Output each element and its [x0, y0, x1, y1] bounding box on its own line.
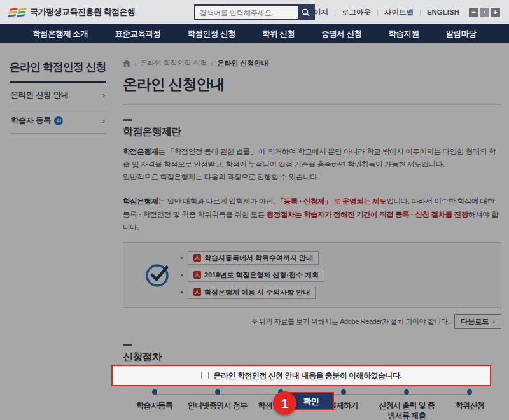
search-box	[194, 4, 315, 20]
logo-text: 국가평생교육진흥원 학점은행	[30, 6, 136, 18]
nav-item-certificate[interactable]: 증명서 신청	[321, 29, 361, 39]
font-size-controls: − · +	[469, 8, 500, 17]
divider: |	[377, 8, 379, 16]
font-smaller-button[interactable]: −	[469, 8, 478, 17]
dim-overlay	[0, 43, 509, 420]
logo-icon	[9, 8, 25, 17]
search-icon	[302, 8, 310, 17]
nav-item-credit-apply[interactable]: 학점인정 신청	[188, 29, 235, 39]
nav-item-degree-apply[interactable]: 학위 신청	[262, 29, 295, 39]
nav-item-support[interactable]: 학습지원	[388, 29, 419, 39]
site-logo[interactable]: 국가평생교육진흥원 학점은행	[9, 6, 136, 18]
search-button[interactable]	[298, 6, 314, 19]
agree-label: 온라인 학점인정 신청 안내 내용을 충분히 이해하였습니다.	[214, 370, 402, 381]
nav-item-notice[interactable]: 알림마당	[446, 29, 477, 39]
font-reset-button[interactable]: ·	[480, 8, 489, 17]
main-navigation: 학점은행제 소개 표준교육과정 학점인정 신청 학위 신청 증명서 신청 학습지…	[0, 24, 509, 43]
divider: |	[419, 8, 421, 16]
top-header: 국가평생교육진흥원 학점은행 마이페이지 | 로그아웃 | 사이트맵 | ENG…	[0, 0, 509, 24]
agree-checkbox[interactable]	[201, 372, 209, 379]
nav-item-intro[interactable]: 학점은행제 소개	[32, 29, 88, 39]
utility-links: 마이페이지 | 로그아웃 | 사이트맵 | ENGLISH − · +	[291, 8, 500, 17]
divider: |	[334, 8, 336, 16]
english-link[interactable]: ENGLISH	[427, 8, 459, 16]
tutorial-step-marker: 1	[273, 391, 296, 415]
font-larger-button[interactable]: +	[491, 8, 500, 17]
search-input[interactable]	[195, 6, 298, 19]
nav-item-curriculum[interactable]: 표준교육과정	[115, 29, 160, 39]
logout-link[interactable]: 로그아웃	[342, 8, 371, 17]
agreement-highlight-box: 온라인 학점인정 신청 안내 내용을 충분히 이해하였습니다.	[111, 365, 491, 386]
sitemap-link[interactable]: 사이트맵	[384, 8, 414, 17]
